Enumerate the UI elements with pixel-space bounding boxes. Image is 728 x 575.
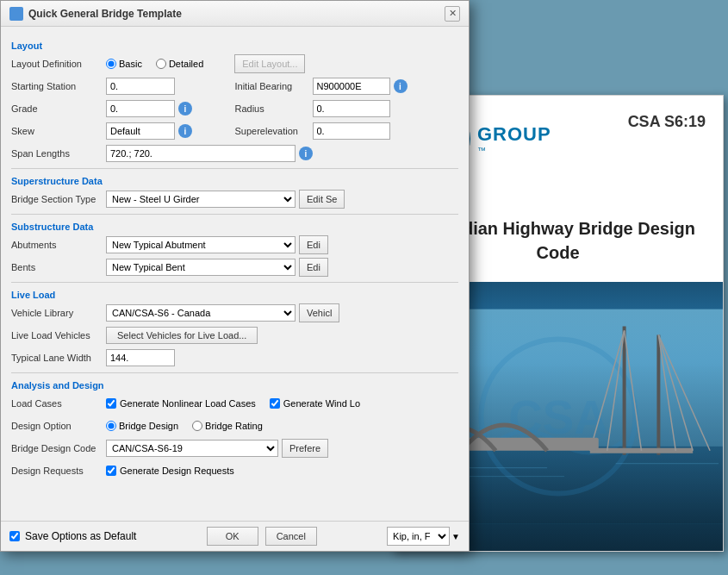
units-select[interactable]: Kip, in, F Kip, ft, F N, mm, C	[387, 527, 450, 546]
superelevation-label: Superelevation	[235, 126, 313, 136]
dialog-window: Quick General Bridge Template ✕ Layout L…	[0, 0, 470, 552]
bridge-section-type-row: Bridge Section Type New - Steel U Girder…	[11, 190, 458, 209]
bridge-design-radio-label[interactable]: Bridge Design	[106, 421, 178, 431]
initial-bearing-info-icon[interactable]: i	[394, 79, 408, 93]
layout-definition-row: Layout Definition Basic Detailed Edit La…	[11, 54, 458, 73]
design-requests-row: Design Requests Generate Design Requests	[11, 461, 458, 480]
span-lengths-row: Span Lengths i	[11, 144, 458, 163]
superstructure-section-header: Superstructure Data	[11, 176, 458, 186]
generate-wind-checkbox[interactable]	[270, 398, 280, 409]
bridge-design-code-select[interactable]: CAN/CSA-S6-19	[106, 440, 278, 457]
radius-input[interactable]	[313, 100, 390, 117]
dialog-titlebar: Quick General Bridge Template ✕	[1, 1, 469, 27]
initial-bearing-col: Initial Bearing i	[235, 78, 459, 95]
generate-wind-label: Generate Wind Lo	[283, 398, 360, 409]
bridge-design-radio[interactable]	[106, 421, 116, 431]
dialog-app-icon	[9, 7, 23, 21]
generate-design-requests-checkbox[interactable]	[106, 466, 116, 476]
load-cases-row: Load Cases Generate Nonlinear Load Cases…	[11, 394, 458, 413]
superelevation-input[interactable]	[313, 122, 390, 140]
typical-lane-width-input[interactable]	[106, 349, 175, 366]
radius-label: Radius	[235, 103, 313, 114]
abutments-select[interactable]: New Typical Abutment	[106, 236, 296, 253]
skew-input[interactable]	[106, 122, 175, 140]
bridge-section-type-label: Bridge Section Type	[11, 194, 106, 204]
live-load-vehicles-label: Live Load Vehicles	[11, 330, 106, 341]
analysis-section-header: Analysis and Design	[11, 380, 458, 391]
span-lengths-info-icon[interactable]: i	[299, 147, 313, 160]
design-option-radio-group: Bridge Design Bridge Rating	[106, 421, 263, 431]
grade-col: Grade i	[11, 100, 235, 117]
ok-button[interactable]: OK	[207, 527, 258, 546]
save-options-checkbox[interactable]	[9, 531, 20, 541]
separator-1	[11, 168, 458, 169]
starting-station-col: Starting Station	[11, 78, 235, 95]
select-vehicles-button[interactable]: Select Vehicles for Live Load...	[106, 327, 258, 344]
live-load-section-header: Live Load	[11, 290, 458, 300]
grade-input[interactable]	[106, 100, 175, 117]
layout-section-header: Layout	[11, 41, 458, 51]
bents-label: Bents	[11, 262, 106, 272]
separator-2	[11, 214, 458, 215]
grade-info-icon[interactable]: i	[178, 102, 192, 116]
bridge-section-type-select[interactable]: New - Steel U Girder	[106, 191, 296, 208]
generate-nonlinear-checkbox[interactable]	[106, 398, 116, 409]
radio-detailed-label[interactable]: Detailed	[156, 59, 203, 69]
load-cases-label: Load Cases	[11, 398, 106, 409]
csa-group-name: GROUP	[477, 123, 551, 146]
bridge-rating-radio[interactable]	[192, 421, 202, 431]
edit-section-button[interactable]: Edit Se	[299, 190, 345, 209]
dialog-content: Layout Layout Definition Basic Detailed …	[1, 27, 469, 491]
layout-definition-label: Layout Definition	[11, 59, 106, 69]
grade-label: Grade	[11, 103, 106, 114]
initial-bearing-input[interactable]	[313, 78, 390, 95]
edit-bent-button[interactable]: Edi	[299, 258, 328, 277]
radio-basic-text: Basic	[119, 59, 142, 69]
separator-3	[11, 282, 458, 283]
generate-nonlinear-label: Generate Nonlinear Load Cases	[120, 398, 256, 409]
footer-left: Save Options as Default	[9, 530, 136, 542]
csa-group-text: GROUP ™	[477, 123, 551, 155]
radio-basic[interactable]	[106, 59, 116, 69]
substructure-section-header: Substructure Data	[11, 222, 458, 232]
typical-lane-width-label: Typical Lane Width	[11, 353, 106, 363]
design-requests-checkbox-row: Generate Design Requests	[106, 466, 234, 476]
abutments-label: Abutments	[11, 240, 106, 250]
csa-group-sub: ™	[477, 146, 551, 155]
dialog-title: Quick General Bridge Template	[28, 8, 182, 20]
vehicle-library-select[interactable]: CAN/CSA-S6 - Canada	[106, 304, 296, 322]
cancel-button[interactable]: Cancel	[265, 527, 317, 546]
svg-text:CSA: CSA	[508, 391, 608, 444]
skew-info-icon[interactable]: i	[178, 124, 192, 138]
abutments-row: Abutments New Typical Abutment Edi	[11, 235, 458, 254]
bridge-rating-radio-label[interactable]: Bridge Rating	[192, 421, 263, 431]
titlebar-left: Quick General Bridge Template	[9, 7, 182, 21]
design-option-row: Design Option Bridge Design Bridge Ratin…	[11, 416, 458, 435]
preferences-button[interactable]: Prefere	[282, 439, 328, 458]
span-lengths-input[interactable]	[106, 145, 296, 162]
vehicle-library-button[interactable]: Vehicl	[299, 303, 339, 322]
station-bearing-row: Starting Station Initial Bearing i	[11, 77, 458, 96]
csa-code-label: CSA S6:19	[628, 113, 706, 131]
design-option-label: Design Option	[11, 421, 106, 431]
initial-bearing-label: Initial Bearing	[235, 81, 313, 91]
edit-abutment-button[interactable]: Edi	[299, 235, 328, 254]
radio-detailed[interactable]	[156, 59, 166, 69]
radius-col: Radius	[235, 100, 459, 117]
chevron-down-icon: ▼	[451, 532, 460, 541]
radio-basic-label[interactable]: Basic	[106, 59, 142, 69]
layout-definition-radio-group: Basic Detailed Edit Layout...	[106, 54, 305, 73]
span-lengths-label: Span Lengths	[11, 148, 106, 159]
radio-detailed-text: Detailed	[169, 59, 203, 69]
vehicle-library-label: Vehicle Library	[11, 308, 106, 318]
bridge-design-text: Bridge Design	[119, 421, 178, 431]
bents-select[interactable]: New Typical Bent	[106, 259, 296, 276]
footer-right: Kip, in, F Kip, ft, F N, mm, C ▼	[387, 527, 460, 546]
close-button[interactable]: ✕	[445, 6, 460, 22]
footer-center: OK Cancel	[207, 527, 317, 546]
edit-layout-button[interactable]: Edit Layout...	[234, 54, 305, 73]
starting-station-input[interactable]	[106, 78, 175, 95]
skew-col: Skew i	[11, 122, 235, 140]
skew-label: Skew	[11, 126, 106, 136]
bridge-design-code-row: Bridge Design Code CAN/CSA-S6-19 Prefere	[11, 439, 458, 458]
